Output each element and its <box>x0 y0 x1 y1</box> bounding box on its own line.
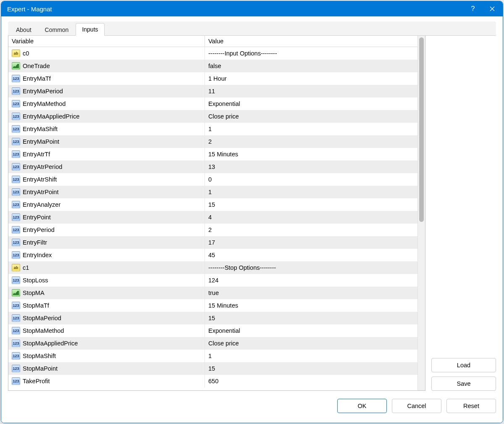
save-button[interactable]: Save <box>431 377 496 391</box>
load-button[interactable]: Load <box>431 358 496 372</box>
cancel-button[interactable]: Cancel <box>392 399 441 413</box>
table-row[interactable]: 123StopMaShift1 <box>8 350 417 362</box>
variable-cell[interactable]: 123EntryMaPeriod <box>8 85 205 97</box>
col-variable[interactable]: Variable <box>8 36 205 47</box>
variable-cell[interactable]: 123EntryMaAppliedPrice <box>8 110 205 123</box>
value-cell[interactable]: false <box>205 60 417 72</box>
table-row[interactable]: 123EntryMaShift1 <box>8 123 417 135</box>
value-cell[interactable]: 4 <box>205 211 417 224</box>
value-cell[interactable]: 11 <box>205 85 417 97</box>
variable-cell[interactable]: 123StopMaAppliedPrice <box>8 337 205 350</box>
value-cell[interactable]: 1 <box>205 350 417 362</box>
value-cell[interactable]: 650 <box>205 375 417 387</box>
variable-cell[interactable]: StopMA <box>8 287 205 299</box>
tab-inputs[interactable]: Inputs <box>76 23 104 36</box>
table-row[interactable]: 123StopLoss124 <box>8 274 417 287</box>
value-cell[interactable]: 124 <box>205 274 417 287</box>
value-cell[interactable]: 15 Minutes <box>205 148 417 161</box>
table-row[interactable]: 123TakeProfit650 <box>8 375 417 387</box>
table-row[interactable]: 123EntryMaMethodExponential <box>8 97 417 110</box>
variable-cell[interactable]: 123EntryPeriod <box>8 224 205 236</box>
reset-button[interactable]: Reset <box>446 399 496 413</box>
table-row[interactable]: 123EntryAnalyzer15 <box>8 198 417 211</box>
variable-cell[interactable]: 123EntryMaPoint <box>8 135 205 148</box>
variable-cell[interactable]: 123StopMaMethod <box>8 324 205 337</box>
table-row[interactable]: 123EntryAtrShift0 <box>8 173 417 186</box>
value-cell[interactable]: --------Input Options-------- <box>205 47 417 60</box>
value-cell[interactable]: 1 <box>205 123 417 135</box>
value-cell[interactable]: Exponential <box>205 324 417 337</box>
inputs-table: Variable Value abc0--------Input Options… <box>8 36 417 387</box>
col-value[interactable]: Value <box>205 36 417 47</box>
tab-common[interactable]: Common <box>39 24 75 36</box>
table-row[interactable]: 123EntryMaAppliedPriceClose price <box>8 110 417 123</box>
value-cell[interactable]: 15 <box>205 362 417 375</box>
int-type-icon: 123 <box>12 226 20 234</box>
int-type-icon: 123 <box>12 314 20 322</box>
value-cell[interactable]: 2 <box>205 224 417 236</box>
table-row[interactable]: StopMAtrue <box>8 287 417 299</box>
variable-cell[interactable]: 123StopMaPeriod <box>8 312 205 324</box>
value-cell[interactable]: Close price <box>205 337 417 350</box>
table-row[interactable]: 123StopMaPoint15 <box>8 362 417 375</box>
value-cell[interactable]: true <box>205 287 417 299</box>
value-cell[interactable]: 0 <box>205 173 417 186</box>
value-cell[interactable]: 2 <box>205 135 417 148</box>
variable-cell[interactable]: 123EntryAtrTf <box>8 148 205 161</box>
variable-cell[interactable]: 123StopMaTf <box>8 299 205 312</box>
table-row[interactable]: abc1--------Stop Options-------- <box>8 261 417 274</box>
variable-cell[interactable]: 123EntryPoint <box>8 211 205 224</box>
value-cell[interactable]: 17 <box>205 236 417 249</box>
table-row[interactable]: 123EntryAtrTf15 Minutes <box>8 148 417 161</box>
variable-cell[interactable]: 123EntryMaTf <box>8 72 205 85</box>
table-row[interactable]: 123EntryPeriod2 <box>8 224 417 236</box>
variable-cell[interactable]: 123EntryAnalyzer <box>8 198 205 211</box>
value-cell[interactable]: Close price <box>205 110 417 123</box>
variable-cell[interactable]: 123EntryAtrShift <box>8 173 205 186</box>
value-cell[interactable]: 13 <box>205 161 417 173</box>
variable-cell[interactable]: 123StopLoss <box>8 274 205 287</box>
table-row[interactable]: 123EntryAtrPoint1 <box>8 186 417 198</box>
variable-cell[interactable]: abc0 <box>8 47 205 60</box>
variable-cell[interactable]: 123StopMaShift <box>8 350 205 362</box>
variable-cell[interactable]: 123EntryMaMethod <box>8 97 205 110</box>
table-row[interactable]: 123EntryPoint4 <box>8 211 417 224</box>
value-cell[interactable]: Exponential <box>205 97 417 110</box>
inputs-table-scroll[interactable]: Variable Value abc0--------Input Options… <box>8 36 417 390</box>
table-row[interactable]: 123StopMaAppliedPriceClose price <box>8 337 417 350</box>
help-button[interactable]: ? <box>463 1 483 16</box>
variable-cell[interactable]: 123EntryFiltr <box>8 236 205 249</box>
table-row[interactable]: 123StopMaMethodExponential <box>8 324 417 337</box>
table-row[interactable]: 123EntryMaPeriod11 <box>8 85 417 97</box>
vertical-scrollbar[interactable] <box>417 36 425 390</box>
variable-name: EntryMaAppliedPrice <box>23 113 79 120</box>
value-cell[interactable]: --------Stop Options-------- <box>205 261 417 274</box>
value-cell[interactable]: 15 <box>205 198 417 211</box>
table-row[interactable]: 123EntryMaPoint2 <box>8 135 417 148</box>
value-cell[interactable]: 1 <box>205 186 417 198</box>
value-cell[interactable]: 1 Hour <box>205 72 417 85</box>
variable-cell[interactable]: 123EntryMaShift <box>8 123 205 135</box>
close-button[interactable] <box>483 1 502 16</box>
table-row[interactable]: abc0--------Input Options-------- <box>8 47 417 60</box>
table-row[interactable]: 123EntryMaTf1 Hour <box>8 72 417 85</box>
value-cell[interactable]: 15 <box>205 312 417 324</box>
table-row[interactable]: 123EntryAtrPeriod13 <box>8 161 417 173</box>
tab-about[interactable]: About <box>10 24 38 36</box>
value-cell[interactable]: 15 Minutes <box>205 299 417 312</box>
variable-cell[interactable]: 123StopMaPoint <box>8 362 205 375</box>
variable-cell[interactable]: 123EntryIndex <box>8 249 205 261</box>
ok-button[interactable]: OK <box>337 399 387 413</box>
scrollbar-thumb[interactable] <box>419 37 424 222</box>
variable-cell[interactable]: 123EntryAtrPoint <box>8 186 205 198</box>
value-cell[interactable]: 45 <box>205 249 417 261</box>
variable-cell[interactable]: 123TakeProfit <box>8 375 205 387</box>
table-row[interactable]: 123EntryFiltr17 <box>8 236 417 249</box>
variable-cell[interactable]: abc1 <box>8 261 205 274</box>
variable-cell[interactable]: 123EntryAtrPeriod <box>8 161 205 173</box>
table-row[interactable]: 123StopMaTf15 Minutes <box>8 299 417 312</box>
variable-cell[interactable]: OneTrade <box>8 60 205 72</box>
table-row[interactable]: 123StopMaPeriod15 <box>8 312 417 324</box>
table-row[interactable]: OneTradefalse <box>8 60 417 72</box>
table-row[interactable]: 123EntryIndex45 <box>8 249 417 261</box>
